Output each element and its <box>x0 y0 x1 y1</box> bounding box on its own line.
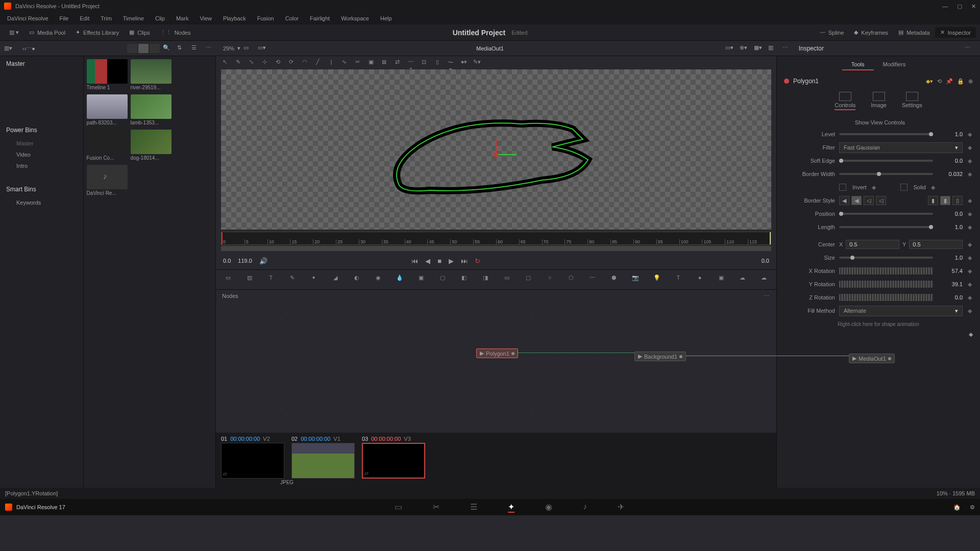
page-fusion[interactable]: ✦ <box>508 502 514 513</box>
view-grid[interactable] <box>138 44 149 53</box>
yrot-wheel[interactable] <box>839 281 933 288</box>
menu-item[interactable]: DaVinci Resolve <box>2 14 54 23</box>
border-slider[interactable] <box>839 173 933 175</box>
keyframe-icon[interactable]: ◆ <box>967 171 973 178</box>
timeline-ruler[interactable]: 0510152025303540455055606570758085909510… <box>221 232 771 245</box>
nt-paint-icon[interactable]: ✎ <box>287 274 298 285</box>
vt-corner-icon[interactable]: ⟳ <box>287 59 296 67</box>
vt-pen-icon[interactable]: ✎ <box>234 59 242 67</box>
bin-item[interactable]: Intro <box>0 160 83 171</box>
viewer-layout-icon[interactable]: ▭▾ <box>725 44 733 53</box>
media-thumb[interactable]: dog-18014... <box>131 130 172 162</box>
keyframe-icon[interactable]: ◆ <box>967 224 973 231</box>
position-value[interactable]: 0.0 <box>937 211 963 217</box>
keyframe-icon[interactable]: ◆ <box>967 158 973 164</box>
clip-item[interactable]: 0100:00:00:00V2 ▱ <box>221 436 287 479</box>
keyframe-icon[interactable]: ◆ <box>967 255 973 261</box>
nt-bg-icon[interactable]: ▭ <box>223 274 233 285</box>
timecode-right[interactable]: 0.0 <box>762 258 769 264</box>
vt-arrow-icon[interactable]: ↖ <box>221 59 229 67</box>
media-thumb[interactable]: lamb-1353... <box>131 94 172 127</box>
clip-item-selected[interactable]: 0300:00:00:00V3 ▱ <box>362 436 428 479</box>
nt-tracker-icon[interactable]: ✦ <box>309 274 319 285</box>
menu-item[interactable]: File <box>55 14 74 23</box>
menu-item[interactable]: View <box>194 14 217 23</box>
media-thumb[interactable]: river-29519... <box>131 59 172 91</box>
keyframe-icon[interactable]: ◆ <box>967 281 973 288</box>
nt-rect-icon[interactable]: ▢ <box>523 274 533 285</box>
tab-modifiers[interactable]: Modifiers <box>874 59 915 70</box>
vt-close-icon[interactable]: ⊠ <box>380 59 388 67</box>
border-value[interactable]: 0.032 <box>937 171 963 177</box>
nt-cam-icon[interactable]: 📷 <box>630 274 641 285</box>
inspector-button[interactable]: ✕Inspector <box>935 27 976 38</box>
keyframe-icon[interactable]: ◆ <box>967 294 973 301</box>
view-list[interactable] <box>127 44 137 53</box>
bin-keywords[interactable]: Keywords <box>0 197 83 208</box>
close-button[interactable]: ✕ <box>971 3 976 10</box>
menu-item[interactable]: Fairlight <box>305 14 335 23</box>
nt-merge-icon[interactable]: ▣ <box>416 274 426 285</box>
xrot-wheel[interactable] <box>839 267 933 274</box>
prev-frame-button[interactable]: ◀ <box>425 257 430 265</box>
nt-cloud-icon[interactable]: ☁ <box>738 274 748 285</box>
center-x[interactable]: 0.5 <box>846 240 899 249</box>
viewer-more-icon[interactable]: ⋯ <box>782 44 791 53</box>
softedge-slider[interactable] <box>839 160 933 162</box>
page-deliver[interactable]: ✈ <box>618 502 624 513</box>
size-value[interactable]: 1.0 <box>937 255 963 261</box>
nt-light-icon[interactable]: 💡 <box>652 274 662 285</box>
media-thumb[interactable]: Fusion Co... <box>87 130 128 162</box>
invert-checkbox[interactable] <box>839 184 846 191</box>
filter-dropdown[interactable]: Fast Gaussian <box>839 142 963 153</box>
keyframe-icon[interactable]: ◆ <box>871 184 877 191</box>
center-y[interactable]: 0.5 <box>909 240 963 249</box>
page-fairlight[interactable]: ♪ <box>583 502 587 513</box>
nt-resize-icon[interactable]: ◨ <box>480 274 491 285</box>
page-color[interactable]: ◉ <box>545 502 552 513</box>
filter-icon[interactable]: ⇅ <box>177 44 185 53</box>
level-slider[interactable] <box>839 133 933 135</box>
sort-icon[interactable]: ☰ <box>191 44 200 53</box>
subtab-settings[interactable]: Settings <box>902 92 922 110</box>
vt-dot-icon[interactable]: ●▾ <box>460 59 468 67</box>
position-slider[interactable] <box>839 213 933 215</box>
media-thumb[interactable]: path-83203... <box>87 94 128 127</box>
clips-button[interactable]: ▦Clips <box>124 27 155 38</box>
keyframe-icon[interactable]: ◆ <box>967 144 973 151</box>
node-mediaout[interactable]: ▶MediaOut1 <box>849 354 895 363</box>
view-list2[interactable] <box>150 44 160 53</box>
view2-icon[interactable]: ▭▾ <box>258 44 266 53</box>
bs2[interactable]: ◀ <box>851 196 862 205</box>
ellipsis[interactable]: ⋯ <box>26 45 32 52</box>
menu-item[interactable]: Help <box>375 14 397 23</box>
bin-item[interactable]: Master <box>0 138 83 149</box>
solid-checkbox[interactable] <box>900 184 908 191</box>
keyframe-icon[interactable]: ◆ <box>967 197 973 204</box>
pin-icon[interactable]: 📌 <box>946 78 953 85</box>
bin-master[interactable]: Master <box>0 56 83 71</box>
bs5[interactable]: ▮ <box>928 196 938 205</box>
media-thumb[interactable]: DaVinci Re... <box>87 165 128 197</box>
menu-item[interactable]: Clip <box>150 14 170 23</box>
nodes-canvas[interactable]: ▶Polygon1 ▶Background1 ▶MediaOut1 <box>216 303 776 425</box>
menu-item[interactable]: Mark <box>171 14 193 23</box>
menu-item[interactable]: Playback <box>218 14 251 23</box>
search-icon[interactable]: 🔍 <box>163 44 171 53</box>
vt-cut-icon[interactable]: ✂ <box>354 59 362 67</box>
level-value[interactable]: 1.0 <box>937 131 963 137</box>
softedge-value[interactable]: 0.0 <box>937 158 963 164</box>
keyframe-icon[interactable]: ◆ <box>967 241 973 248</box>
layout-icon[interactable]: ▥▾ <box>4 45 12 52</box>
nt-3d-icon[interactable]: ⬢ <box>609 274 619 285</box>
nodes-button[interactable]: ⋮⋮Nodes <box>155 27 196 38</box>
vt-convert-icon[interactable]: ⟲ <box>274 59 282 67</box>
fill-dropdown[interactable]: Alternate <box>839 306 963 316</box>
smart-bins[interactable]: Smart Bins <box>0 182 83 197</box>
menu-item[interactable]: Timeline <box>118 14 149 23</box>
nt-render-icon[interactable]: ▣ <box>716 274 726 285</box>
view-icon[interactable]: ▭ <box>243 44 252 53</box>
end-marker[interactable] <box>770 232 771 244</box>
menu-item[interactable]: Color <box>280 14 304 23</box>
effects-button[interactable]: ✦Effects Library <box>70 27 124 38</box>
